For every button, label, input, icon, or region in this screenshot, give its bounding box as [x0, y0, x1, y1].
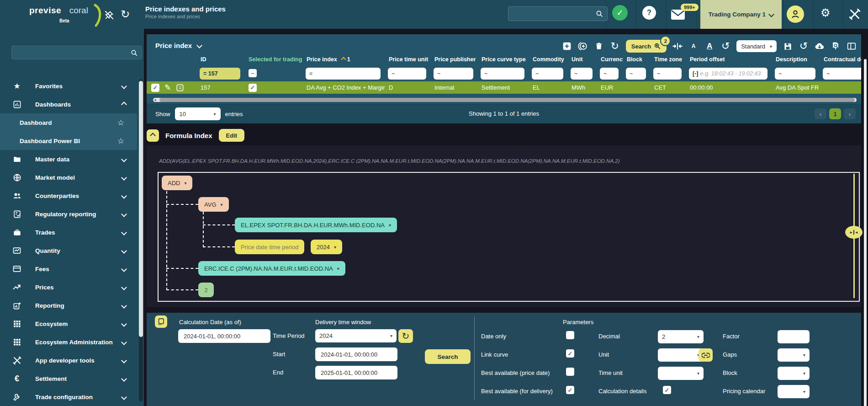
- global-search-input[interactable]: [512, 10, 595, 18]
- formula-node-index1[interactable]: EL.EPEX SPOT.FR.BH.DA.H.EUR.MWh.MID.EOD.…: [235, 218, 397, 232]
- reset-view-icon[interactable]: ↺: [720, 41, 730, 51]
- star-outline-icon[interactable]: ☆: [117, 118, 124, 128]
- refresh-icon[interactable]: ↻: [610, 41, 620, 51]
- view-select[interactable]: Standard ▾: [736, 40, 777, 52]
- add-circle-icon[interactable]: [578, 41, 588, 51]
- decimal-select[interactable]: 2 ▾: [658, 330, 704, 343]
- filter-block[interactable]: ~: [626, 68, 646, 80]
- col-currency[interactable]: Currency: [597, 56, 623, 63]
- status-check-icon[interactable]: ✓: [612, 5, 628, 21]
- pricing-calendar-select[interactable]: ▾: [778, 385, 810, 398]
- block-select[interactable]: ▾: [778, 367, 810, 380]
- splitter-handle-icon[interactable]: ►◄: [845, 226, 863, 239]
- sidebar-item-dashboards[interactable]: Dashboards: [0, 95, 137, 113]
- link-curve-checkbox[interactable]: ✓: [566, 349, 574, 358]
- add-icon[interactable]: [562, 41, 572, 51]
- sidebar-item-trades[interactable]: Trades: [0, 223, 137, 241]
- time-unit-select[interactable]: ▾: [658, 367, 704, 380]
- factor-input[interactable]: [778, 330, 810, 343]
- col-block[interactable]: Block: [623, 56, 651, 63]
- sidebar-item-app-developer-tools[interactable]: App developer tools: [0, 351, 137, 369]
- collapse-section-button[interactable]: [147, 129, 159, 142]
- sidebar-item-master-data[interactable]: Master data: [0, 150, 137, 168]
- filter-description[interactable]: ~: [775, 68, 815, 80]
- end-input[interactable]: [315, 366, 397, 379]
- star-outline-icon[interactable]: ☆: [117, 136, 124, 146]
- global-search[interactable]: [508, 6, 608, 21]
- sidebar-item-ecosystem[interactable]: Ecosystem: [0, 315, 137, 333]
- edit-button[interactable]: Edit: [219, 129, 245, 142]
- avatar[interactable]: [787, 5, 804, 23]
- sidebar-item-prices[interactable]: Prices: [0, 278, 137, 296]
- scrollbar-thumb[interactable]: [159, 98, 855, 102]
- formula-node-param-value[interactable]: 2024▾: [311, 240, 342, 254]
- next-page-button[interactable]: ›: [844, 108, 856, 119]
- unit-select[interactable]: ▾: [658, 348, 704, 362]
- preview-search-icon[interactable]: [831, 41, 841, 51]
- panel-layout-icon[interactable]: [155, 315, 167, 328]
- help-icon[interactable]: ?: [642, 6, 656, 20]
- col-id[interactable]: ID: [197, 56, 245, 63]
- calc-search-button[interactable]: Search: [425, 349, 471, 364]
- filter-commodity[interactable]: ~: [532, 68, 563, 80]
- edit-pencil-icon[interactable]: ✎: [164, 83, 171, 92]
- sidebar-item-dashboard[interactable]: Dashboard ☆: [0, 113, 137, 132]
- sidebar-item-counterparties[interactable]: Counterparties: [0, 187, 137, 205]
- sidebar-item-quantity[interactable]: Quantity: [0, 241, 137, 260]
- app-logo[interactable]: previse coral Beta: [29, 5, 98, 16]
- filter-price-publisher[interactable]: ~: [434, 68, 473, 80]
- save-icon[interactable]: [783, 41, 793, 51]
- horizontal-scrollbar[interactable]: ◂: [153, 98, 857, 102]
- sidebar-item-settlement[interactable]: € Settlement: [0, 369, 137, 388]
- filter-time-zone[interactable]: ~: [653, 68, 682, 80]
- col-price-time-unit[interactable]: Price time unit: [385, 56, 431, 63]
- sidebar-scrollbar[interactable]: [139, 79, 143, 401]
- row-details-icon[interactable]: [176, 84, 184, 92]
- filter-id[interactable]: = 157: [200, 68, 240, 80]
- filter-period-offset[interactable]: [-]e.g. 18:02:43 - 19:02:43: [689, 68, 767, 80]
- page-1-button[interactable]: 1: [829, 108, 841, 119]
- font-size-small-icon[interactable]: A: [688, 41, 699, 51]
- link-icon[interactable]: [699, 348, 713, 362]
- notifications[interactable]: 999+: [671, 4, 700, 25]
- search-icon[interactable]: [595, 10, 603, 18]
- date-only-checkbox[interactable]: [566, 331, 574, 339]
- filter-currency[interactable]: ~: [600, 68, 619, 80]
- prev-page-button[interactable]: ‹: [815, 108, 826, 119]
- start-input[interactable]: [315, 347, 397, 361]
- formula-node-param-label[interactable]: Price date time period: [235, 240, 304, 254]
- best-available-price-date-checkbox[interactable]: [566, 368, 574, 376]
- sidebar-item-fees[interactable]: Fees: [0, 260, 137, 278]
- filter-contractual-description[interactable]: ~: [823, 68, 861, 80]
- col-commodity[interactable]: Commodity: [529, 56, 568, 63]
- sidebar-item-market-model[interactable]: Market model: [0, 168, 137, 187]
- col-time-zone[interactable]: Time zone: [651, 56, 686, 63]
- col-period-offset[interactable]: Period offset: [686, 56, 772, 63]
- page-scrollbar[interactable]: [864, 59, 867, 406]
- table-row[interactable]: ✓ ✎ 157 ✓ DA Avg + CO2 Index + Margin D …: [147, 81, 861, 94]
- delete-icon[interactable]: [594, 41, 604, 51]
- col-price-publisher[interactable]: Price publisher: [431, 56, 478, 63]
- calculation-details-checkbox[interactable]: ✓: [663, 386, 671, 394]
- filter-price-time-unit[interactable]: ~: [388, 68, 426, 80]
- col-contractual-description[interactable]: Contractual description: [820, 56, 861, 63]
- sidebar-item-dashboard-power-bi[interactable]: Dashboard Power BI ☆: [0, 132, 137, 150]
- refresh-period-button[interactable]: ↻: [398, 329, 413, 343]
- col-price-curve-type[interactable]: Price curve type: [478, 56, 529, 63]
- formula-node-add[interactable]: ADD▾: [162, 176, 192, 190]
- collapse-columns-icon[interactable]: [672, 41, 683, 51]
- sidebar-item-regulatory-reporting[interactable]: Regulatory reporting: [0, 205, 137, 223]
- filter-selected-checkbox[interactable]: −: [249, 69, 257, 77]
- formula-node-avg[interactable]: AVG▾: [198, 197, 229, 212]
- col-unit[interactable]: Unit: [568, 56, 597, 63]
- sidebar-search[interactable]: [11, 46, 142, 59]
- company-selector[interactable]: Trading Company 1: [700, 0, 782, 29]
- filter-unit[interactable]: ~: [571, 68, 593, 80]
- filter-price-index[interactable]: =: [306, 68, 381, 80]
- search-icon[interactable]: [130, 49, 138, 57]
- cell-selected-checkbox[interactable]: ✓: [249, 84, 257, 92]
- panel-title[interactable]: Price index: [155, 42, 201, 49]
- col-selected-for-trading[interactable]: Selected for trading: [245, 56, 303, 63]
- pin-off-icon[interactable]: [104, 10, 114, 20]
- best-available-for-delivery-checkbox[interactable]: ✓: [566, 386, 574, 394]
